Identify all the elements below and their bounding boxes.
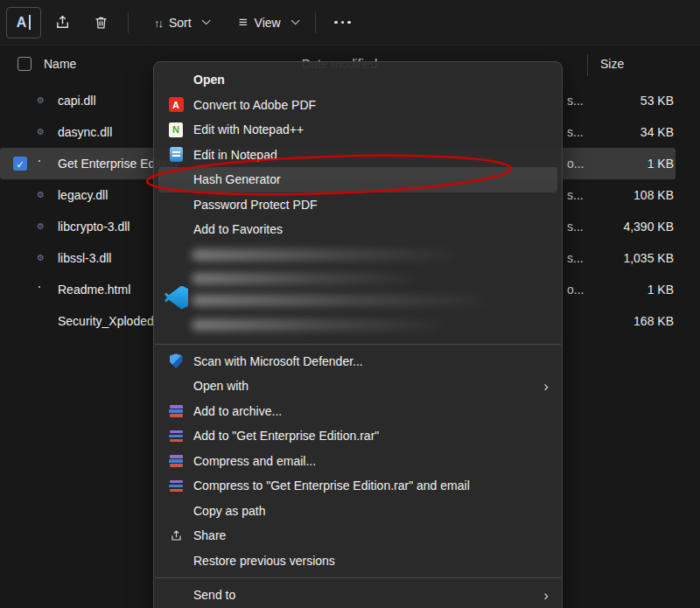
file-type-fragment: s... bbox=[567, 116, 584, 148]
file-size: 4,390 KB bbox=[623, 211, 674, 242]
redacted-text bbox=[192, 319, 441, 331]
menu-item-open[interactable]: Open bbox=[158, 67, 557, 93]
file-type-fragment: s... bbox=[567, 85, 584, 116]
menu-item-open-with[interactable]: Open with › bbox=[158, 374, 557, 399]
defender-shield-icon bbox=[168, 353, 184, 369]
file-name: libcrypto-3.dll bbox=[58, 211, 130, 242]
context-menu: Open Convert to Adobe PDF Edit with Note… bbox=[153, 61, 563, 608]
submenu-chevron-icon: › bbox=[543, 379, 549, 394]
icon-placeholder bbox=[168, 503, 184, 519]
adobe-pdf-icon bbox=[168, 97, 184, 113]
menu-item-hash-generator[interactable]: Hash Generator bbox=[158, 167, 557, 192]
sort-button[interactable]: Sort bbox=[145, 7, 216, 38]
sort-label: Sort bbox=[169, 16, 192, 30]
menu-divider bbox=[155, 344, 561, 345]
column-header-size[interactable]: Size bbox=[600, 57, 624, 71]
rename-icon: A bbox=[17, 15, 32, 31]
select-all-checkbox[interactable] bbox=[18, 57, 32, 71]
winrar-icon bbox=[168, 453, 184, 469]
menu-item-edit-with-notepad-plus-plus[interactable]: Edit with Notepad++ bbox=[158, 117, 557, 143]
toolbar-separator bbox=[315, 12, 316, 33]
file-name: legacy.dll bbox=[58, 179, 108, 211]
file-size: 1,035 KB bbox=[623, 242, 674, 274]
menu-item-share[interactable]: Share bbox=[158, 523, 557, 549]
file-size: 108 KB bbox=[634, 179, 674, 211]
sort-arrows-icon bbox=[154, 16, 162, 30]
selected-checkbox[interactable] bbox=[13, 157, 27, 171]
column-header-name[interactable]: Name bbox=[44, 57, 76, 71]
trash-icon bbox=[94, 15, 108, 31]
file-name: capi.dll bbox=[58, 85, 96, 116]
menu-item-add-to-named-rar[interactable]: Add to "Get Enterprise Edition.rar" bbox=[158, 423, 557, 449]
menu-item-edit-in-notepad[interactable]: Edit in Notepad bbox=[158, 143, 557, 168]
more-options-button[interactable] bbox=[326, 7, 360, 38]
icon-placeholder bbox=[168, 553, 184, 569]
menu-item-add-to-archive[interactable]: Add to archive... bbox=[158, 399, 557, 424]
file-size: 1 KB bbox=[648, 148, 674, 179]
winrar-icon bbox=[168, 478, 184, 493]
file-type-fragment: s... bbox=[567, 179, 584, 211]
file-size: 34 KB bbox=[640, 116, 674, 148]
icon-placeholder bbox=[168, 171, 184, 187]
file-size: 1 KB bbox=[648, 274, 674, 305]
menu-item-restore-previous-versions[interactable]: Restore previous versions bbox=[158, 549, 557, 574]
file-name: libssl-3.dll bbox=[58, 242, 111, 274]
icon-placeholder bbox=[168, 72, 184, 87]
winrar-icon bbox=[168, 403, 184, 419]
file-size: 168 KB bbox=[634, 305, 674, 337]
menu-item-compress-to-named-rar-and-email[interactable]: Compress to "Get Enterprise Edition.rar"… bbox=[158, 473, 557, 499]
icon-placeholder bbox=[168, 197, 184, 213]
share-icon bbox=[168, 528, 184, 543]
vscode-icon bbox=[164, 286, 188, 310]
share-button[interactable] bbox=[45, 7, 80, 38]
view-label: View bbox=[255, 16, 281, 30]
chevron-down-icon bbox=[201, 16, 210, 24]
redacted-text bbox=[192, 249, 454, 261]
toolbar-separator bbox=[128, 12, 129, 33]
column-divider[interactable] bbox=[587, 54, 588, 76]
winrar-icon bbox=[168, 428, 184, 444]
view-list-icon bbox=[239, 14, 248, 31]
file-size: 53 KB bbox=[640, 85, 674, 116]
menu-divider bbox=[155, 577, 561, 578]
redacted-menu-items bbox=[158, 242, 557, 339]
file-type-fragment: o... bbox=[567, 148, 584, 179]
file-name: Security_Xploded bbox=[58, 305, 154, 337]
view-button[interactable]: View bbox=[230, 7, 305, 38]
share-icon bbox=[54, 14, 71, 31]
file-type-fragment: s... bbox=[567, 211, 584, 242]
menu-item-copy-as-path[interactable]: Copy as path bbox=[158, 499, 557, 524]
menu-item-password-protect-pdf[interactable]: Password Protect PDF bbox=[158, 192, 557, 218]
menu-item-scan-with-microsoft-defender[interactable]: Scan with Microsoft Defender... bbox=[158, 349, 557, 374]
redacted-text bbox=[192, 273, 415, 284]
menu-item-convert-to-adobe-pdf[interactable]: Convert to Adobe PDF bbox=[158, 93, 557, 118]
menu-item-compress-and-email[interactable]: Compress and email... bbox=[158, 449, 557, 474]
icon-placeholder bbox=[168, 378, 184, 394]
notepad-icon bbox=[168, 147, 184, 163]
redacted-text bbox=[192, 295, 485, 306]
icon-placeholder bbox=[168, 221, 184, 237]
menu-item-send-to[interactable]: Send to › bbox=[158, 583, 557, 608]
delete-button[interactable] bbox=[83, 7, 118, 38]
chevron-down-icon bbox=[290, 16, 299, 24]
notepad-plus-plus-icon bbox=[168, 122, 184, 137]
menu-item-add-to-favorites[interactable]: Add to Favorites bbox=[158, 217, 557, 242]
file-type-fragment: s... bbox=[567, 242, 584, 274]
file-type-fragment: o... bbox=[567, 274, 584, 305]
icon-placeholder bbox=[168, 587, 184, 603]
submenu-chevron-icon: › bbox=[543, 588, 549, 603]
file-name: dasync.dll bbox=[58, 116, 112, 148]
file-name: Readme.html bbox=[58, 274, 130, 305]
toolbar: A Sort View bbox=[0, 0, 700, 45]
ellipsis-icon bbox=[334, 21, 351, 24]
rename-button[interactable]: A bbox=[6, 7, 41, 38]
